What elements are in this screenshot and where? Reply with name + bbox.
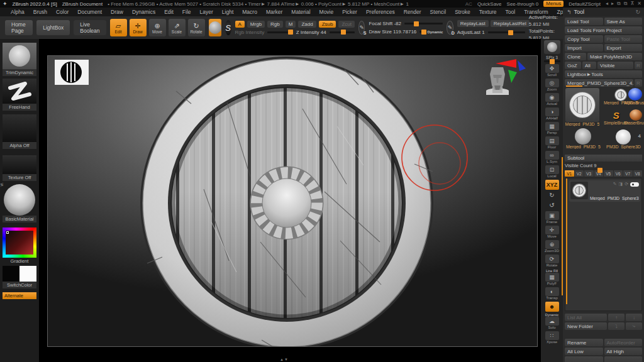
right-shelf-button[interactable]: ✛ Move [543, 226, 562, 239]
tool-thumbnail[interactable]: Merged_PM3D_5 [566, 128, 601, 149]
folder-in-icon[interactable]: ⤵ [608, 322, 625, 330]
dynamic-toggle[interactable]: Dynamic [427, 30, 443, 34]
active-brush-preview[interactable] [209, 19, 221, 36]
right-shelf-button[interactable]: ◐ Transp [543, 287, 562, 300]
rename-button[interactable]: Rename [565, 339, 603, 346]
all-high-button[interactable]: All High [604, 348, 643, 355]
lightbox-button[interactable]: LightBox [36, 20, 70, 35]
current-stroke[interactable]: FreeHand [3, 79, 36, 111]
visibility-tab[interactable]: V6 [614, 170, 623, 177]
mode-button[interactable]: Rgb [267, 21, 283, 28]
mode-button[interactable]: Zcut [338, 21, 355, 28]
current-material[interactable]: BasicMaterial [3, 184, 36, 222]
move-up-button[interactable]: ↑ [608, 314, 625, 321]
make-polymesh3d-button[interactable]: Make PolyMesh3D [587, 53, 642, 60]
export-button[interactable]: Export [604, 44, 643, 52]
menus-button[interactable]: Menus [543, 1, 564, 7]
mode-button[interactable]: Mrgb [247, 21, 265, 28]
menu-item[interactable]: Marker [262, 9, 287, 15]
tool-thumbnail[interactable]: AlphaBrush [624, 88, 644, 105]
right-shelf-button[interactable]: ↺ [543, 201, 562, 210]
right-shelf-button[interactable]: ▣ Frame [543, 211, 562, 224]
menu-item[interactable]: Material [287, 9, 314, 15]
menu-item[interactable]: Edit [160, 9, 178, 15]
canvas-dock-handle[interactable]: ▲▼ [280, 358, 289, 361]
draw-size-slider[interactable] [419, 31, 424, 33]
goz-button[interactable]: GoZ [565, 62, 581, 69]
z-intensity-knob[interactable] [341, 30, 346, 35]
right-shelf-button[interactable]: ⟳ Rotate [543, 255, 562, 268]
quicksave-button[interactable]: QuickSave [477, 1, 502, 7]
menu-item[interactable]: Alpha [6, 9, 29, 15]
adjust-last-knob[interactable] [508, 30, 513, 35]
visibility-tab[interactable]: V1 [565, 170, 574, 177]
right-shelf-button[interactable]: ⊡ Local [543, 165, 562, 178]
menu-item[interactable]: Tool [501, 9, 520, 15]
shelf-tool-button[interactable]: ⊕ Move [149, 19, 166, 36]
focal-shift-knob[interactable] [414, 21, 419, 26]
menu-item[interactable]: Render [399, 9, 426, 15]
spix-control[interactable]: SPix 3 [543, 55, 562, 63]
right-shelf-button[interactable]: XYZ [543, 180, 562, 190]
switch-color[interactable]: SwitchColor [3, 266, 36, 288]
right-shelf-button[interactable]: ▤ Floor [543, 136, 562, 150]
visibility-tab[interactable]: V2 [575, 170, 584, 177]
document-viewport[interactable] [47, 55, 538, 347]
import-button[interactable]: Import [565, 44, 603, 52]
mode-button[interactable]: Zsub [319, 21, 336, 28]
window-control-icon[interactable]: ⧉ [624, 1, 628, 7]
stroke-type-icon[interactable]: S [225, 20, 231, 35]
menu-item[interactable]: Document [73, 9, 106, 15]
rgb-intensity-knob[interactable] [288, 30, 293, 35]
subtool-section-header[interactable]: Subtool [565, 155, 642, 162]
focal-shift-slider[interactable] [404, 23, 443, 25]
eye-visibility-toggle[interactable] [630, 182, 639, 187]
right-shelf-button[interactable]: ▦ Persp [543, 122, 562, 135]
menu-item[interactable]: Stroke [450, 9, 475, 15]
visible-count-knob[interactable] [597, 168, 602, 173]
menu-item[interactable]: Draw [106, 9, 128, 15]
right-shelf-button[interactable]: ∞ L.Sym [543, 151, 562, 164]
move-down-button[interactable]: ↓ [626, 314, 642, 321]
new-folder-button[interactable]: New Folder [565, 322, 607, 330]
goz-all-button[interactable]: All [582, 62, 596, 69]
list-all-button[interactable]: List All [565, 314, 607, 321]
visibility-tab[interactable]: V5 [604, 170, 613, 177]
shelf-tool-button[interactable]: ▱ Edit [110, 19, 127, 36]
visibility-tab[interactable]: V8 [633, 170, 643, 177]
visibility-tab[interactable]: V3 [584, 170, 594, 177]
tool-thumbnail[interactable]: PM3D_Sphere3D [606, 129, 641, 149]
load-tools-from-project-button[interactable]: Load Tools From Project [565, 26, 642, 34]
mode-button[interactable]: Zadd [298, 21, 316, 28]
clone-button[interactable]: Clone [565, 53, 586, 60]
active-tool-selector[interactable]: Merged_PM3D_Sphere3D_4. [565, 79, 633, 87]
refresh-icon[interactable]: ↻ [635, 9, 640, 15]
save-as-button[interactable]: Save As [604, 18, 643, 25]
right-shelf-button[interactable]: ✥ Scroll [543, 64, 562, 77]
primary-color-swatch[interactable] [3, 266, 19, 282]
right-shelf-button[interactable]: Line Fill ▦ PolyF [543, 269, 562, 286]
menu-item[interactable]: Preferences [362, 9, 399, 15]
window-control-icon[interactable]: ⊼ [630, 1, 634, 7]
window-control-icon[interactable]: ◂ [606, 1, 608, 7]
right-shelf-button[interactable]: Dynamic ☁ Solo [543, 313, 562, 330]
z-intensity-slider[interactable] [330, 31, 355, 33]
subtool-list[interactable]: ✎◨⟳ Merged_PM3D_Sphere3D_4 [565, 178, 642, 311]
color-picker-square[interactable] [3, 228, 36, 258]
default-zscript-button[interactable]: DefaultZScript [569, 1, 601, 7]
current-texture[interactable]: Texture Off [3, 155, 36, 181]
adjust-last-slider[interactable] [488, 31, 525, 33]
menu-item[interactable]: Light [218, 9, 238, 15]
secondary-color-swatch[interactable] [19, 266, 36, 282]
subtool-option-icon[interactable]: ⟳ [625, 182, 628, 187]
menu-item[interactable]: Movie [315, 9, 338, 15]
goz-visible-button[interactable]: Visible [597, 62, 633, 69]
right-shelf-button[interactable]: ∷ Xpose [543, 331, 562, 344]
menu-item[interactable]: Macro [238, 9, 262, 15]
see-through-slider[interactable]: See-through 0 [507, 1, 539, 7]
menu-item[interactable]: Brush [29, 9, 52, 15]
window-control-icon[interactable]: ✕ [637, 1, 641, 7]
window-control-icon[interactable]: ▸ [611, 1, 614, 7]
right-shelf-button[interactable]: ↻ [543, 191, 562, 200]
right-shelf-button[interactable]: ☻ [543, 302, 562, 312]
